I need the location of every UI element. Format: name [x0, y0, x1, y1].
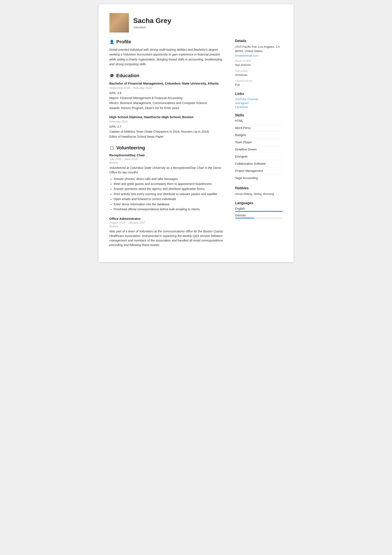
language-item-german: German: [235, 213, 283, 219]
details-title: Details: [235, 39, 283, 43]
edu-detail-major-1: Majors: Financial Management & Financial…: [109, 96, 226, 100]
edu-degree-1: Bachelor of Financial Management, Columb…: [109, 81, 226, 86]
vol-entry-2: Office Administrator August 2016 – Janua…: [109, 217, 226, 247]
language-bar-bg-english: [235, 211, 283, 212]
list-item: Open emails and forward to correct indiv…: [114, 197, 226, 201]
vol-location-1: Boston: [109, 161, 226, 164]
details-nationality: American: [235, 73, 283, 77]
volunteering-section: 📋 Volunteering Receptionist/Day Chair Ju…: [109, 145, 226, 248]
hobbies-text: Horse Riding, Skiing, Running: [235, 192, 283, 196]
vol-title-2: Office Administrator: [109, 217, 226, 220]
profile-header: 👤 Profile: [109, 39, 226, 45]
profile-title: Profile: [116, 39, 131, 45]
vol-bullets-1: Answer phones, direct calls and take mes…: [114, 176, 226, 212]
edu-detail-minor-1: Minors: Business Management, Communicati…: [109, 101, 226, 105]
candidate-name: Sacha Grey: [133, 17, 171, 25]
link-youtube[interactable]: YouTube Channel: [235, 98, 283, 101]
skills-title: Skills: [235, 113, 283, 117]
skill-item: Word Press: [235, 126, 283, 131]
education-icon: 🎓: [109, 73, 114, 78]
details-driving-label: Driving license: [235, 79, 283, 82]
language-name-english: English: [235, 207, 283, 210]
education-entry-1: Bachelor of Financial Management, Columb…: [109, 81, 226, 110]
education-entry-2: High School Diploma, Hawthorne High Scho…: [109, 115, 226, 139]
header-text: Sacha Grey Volunteer: [133, 17, 171, 29]
vol-desc-1: Volunteered at Columbus State University…: [109, 166, 226, 175]
vol-date-2: August 2016 – January 2017: [109, 221, 226, 224]
details-nationality-label: Nationality: [235, 69, 283, 73]
volunteering-header: 📋 Volunteering: [109, 145, 226, 151]
education-header: 🎓 Education: [109, 73, 226, 79]
volunteering-title: Volunteering: [116, 145, 145, 151]
vol-date-1: July 2016 – June 2016: [109, 157, 226, 161]
edu-detail-captain-2: Captain of Athletics Team (State Champio…: [109, 129, 226, 134]
resume-container: Sacha Grey Volunteer 👤 Profile Detail-or…: [99, 4, 294, 262]
skill-item: HTML: [235, 119, 283, 124]
skill-item: Deadline Driven: [235, 148, 283, 153]
edu-date-1: September 2016 – February 2019: [109, 86, 226, 89]
edu-date-2: February 2016: [109, 120, 226, 123]
links-title: Links: [235, 92, 283, 96]
education-title: Education: [116, 73, 139, 79]
skill-item: Energetic: [235, 155, 283, 160]
vol-location-2: Boston: [109, 225, 226, 228]
list-item: Answer phones, direct calls and take mes…: [114, 176, 226, 181]
avatar: [109, 13, 129, 33]
language-bar-fill-german: [235, 218, 254, 219]
skills-section: Skills HTML Word Press Budgets Team Play…: [235, 113, 283, 182]
header: Sacha Grey Volunteer: [109, 13, 283, 33]
skill-item: Project Management: [235, 169, 283, 175]
skill-item: Collaboration Software: [235, 162, 283, 167]
edu-detail-gpa-1: GPA: 3.6: [109, 91, 226, 95]
link-instagram[interactable]: Instragram: [235, 102, 283, 105]
link-facebook[interactable]: Facebook: [235, 105, 283, 109]
list-item: Answer questions about the agency and di…: [114, 186, 226, 191]
details-email[interactable]: email@email.com: [235, 54, 283, 57]
language-bar-bg-german: [235, 218, 283, 219]
volunteering-icon: 📋: [109, 146, 114, 150]
profile-section: 👤 Profile Detail-oriented individual wit…: [109, 39, 226, 67]
candidate-title: Volunteer: [133, 26, 171, 29]
language-item-english: English: [235, 207, 283, 212]
details-pob: San Antonio: [235, 63, 283, 67]
list-item: Proofread official correspondence before…: [114, 207, 226, 212]
list-item: Enter donor information into the databas…: [114, 202, 226, 207]
vol-desc-2: Was part of a team of Volunteers at the …: [109, 229, 226, 247]
skill-item: Budgets: [235, 133, 283, 139]
edu-degree-2: High School Diploma, Hawthorne High Scho…: [109, 115, 226, 119]
details-section: Details 1515 Pacific Ave, Los Angeles, C…: [235, 39, 283, 87]
language-name-german: German: [235, 213, 283, 217]
list-item: Print activity lists every morning and d…: [114, 192, 226, 197]
details-pob-label: Place of birth: [235, 59, 283, 62]
vol-title-1: Receptionist/Day Chair: [109, 153, 226, 157]
languages-title: Languages: [235, 201, 283, 205]
profile-icon: 👤: [109, 39, 114, 44]
profile-text: Detail-oriented individual with strong m…: [109, 47, 226, 67]
education-section: 🎓 Education Bachelor of Financial Manage…: [109, 73, 226, 139]
skill-item: Sage Accounting: [235, 176, 283, 182]
hobbies-section: Hobbies Horse Riding, Skiing, Running: [235, 186, 283, 196]
details-driving: Full: [235, 83, 283, 87]
language-bar-fill-english: [235, 211, 283, 212]
edu-detail-awards-1: Awards: Honors Program, Dean's list for …: [109, 106, 226, 110]
edu-detail-gpa-2: GPA: 3.7: [109, 124, 226, 129]
vol-entry-1: Receptionist/Day Chair July 2016 – June …: [109, 153, 226, 212]
links-section: Links YouTube Channel Instragram Faceboo…: [235, 92, 283, 109]
hobbies-title: Hobbies: [235, 186, 283, 190]
left-column: 👤 Profile Detail-oriented individual wit…: [109, 39, 226, 253]
edu-detail-editor-2: Editor of Hawthorne School News Paper: [109, 134, 226, 139]
details-address: 1515 Pacific Ave, Los Angeles, CA 90291,…: [235, 45, 283, 54]
right-column: Details 1515 Pacific Ave, Los Angeles, C…: [235, 39, 283, 253]
list-item: Meet and greet guests and accompany them…: [114, 182, 226, 186]
languages-section: Languages English German: [235, 201, 283, 219]
main-content: 👤 Profile Detail-oriented individual wit…: [109, 39, 283, 253]
skill-item: Team Player: [235, 140, 283, 146]
